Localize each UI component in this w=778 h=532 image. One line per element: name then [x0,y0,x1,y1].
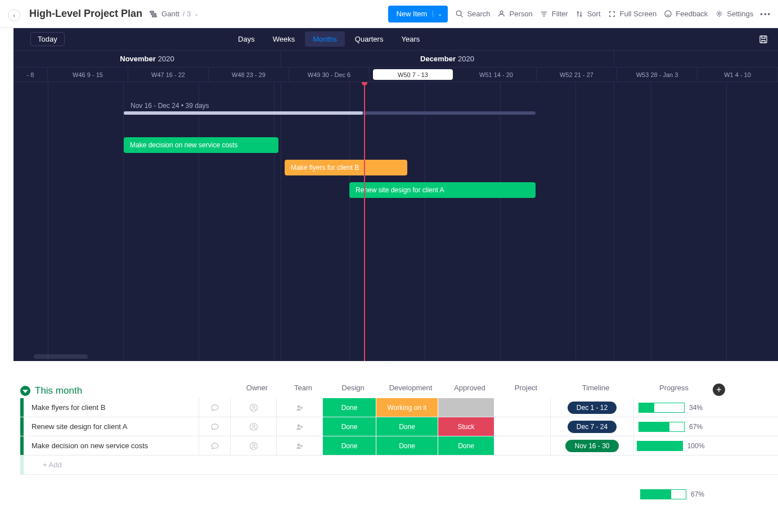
team-avatar[interactable] [295,441,304,450]
status-approved[interactable] [438,398,494,417]
group-collapse-toggle[interactable] [20,386,30,396]
svg-point-10 [718,13,720,15]
sort-button[interactable]: Sort [575,10,601,19]
scale-tab-years[interactable]: Years [393,31,428,47]
group-title[interactable]: This month [35,385,82,396]
feedback-icon [663,10,672,19]
svg-point-17 [253,425,255,427]
gantt-icon [149,10,158,19]
project-cell[interactable] [494,417,551,436]
col-project[interactable]: Project [498,384,554,396]
scale-tab-quarters[interactable]: Quarters [347,31,392,47]
summary-row: 67% [20,485,778,504]
col-team[interactable]: Team [280,384,326,396]
today-marker-icon [362,82,367,85]
svg-point-5 [500,11,503,13]
week-cell: W51 14 - 20 [456,67,537,82]
fullscreen-icon [608,10,617,19]
week-cell: W46 9 - 15 [48,67,128,82]
item-name[interactable]: Make decision on new service costs [24,436,199,455]
gantt-body[interactable]: Nov 16 - Dec 24 • 39 days Make decision … [14,82,778,361]
col-design[interactable]: Design [326,384,380,396]
progress-cell[interactable]: 34% [634,398,707,417]
search-button[interactable]: Search [455,10,490,19]
week-cell: W49 30 - Dec 6 [289,67,370,82]
status-development[interactable]: Working on it [376,398,438,417]
svg-point-15 [300,407,303,409]
col-progress[interactable]: Progress [637,384,710,396]
col-owner[interactable]: Owner [234,384,280,396]
svg-rect-1 [151,13,156,15]
progress-cell[interactable]: 100% [634,436,707,455]
person-button[interactable]: Person [497,10,533,19]
svg-rect-0 [150,11,154,12]
owner-avatar[interactable] [249,422,258,431]
gantt-task-bar[interactable]: Make flyers for client B [285,160,407,175]
team-avatar[interactable] [295,422,304,431]
col-dev[interactable]: Development [380,384,442,396]
more-menu-button[interactable]: ••• [760,10,771,18]
new-item-button[interactable]: New Item ⌄ [388,6,448,22]
status-design[interactable]: Done [323,417,376,436]
person-icon [497,10,506,19]
gantt-scrollbar[interactable] [34,354,88,359]
status-development[interactable]: Done [376,417,438,436]
filter-button[interactable]: Filter [539,10,568,19]
col-approved[interactable]: Approved [442,384,498,396]
gear-icon [714,10,723,19]
view-switcher[interactable]: Gantt / 3 ⌄ [149,10,199,19]
chevron-down-icon: ⌄ [194,11,199,17]
items-table: This month Owner Team Design Development… [20,384,778,504]
add-item-row[interactable]: + Add [20,456,778,475]
item-name[interactable]: Renew site design for client A [24,417,199,436]
table-row[interactable]: Make flyers for client BDoneWorking on i… [20,398,778,417]
board-title[interactable]: High-Level Project Plan [29,8,142,20]
filter-icon [539,10,548,19]
svg-point-3 [456,11,461,15]
item-name[interactable]: Make flyers for client B [24,398,199,417]
fullscreen-button[interactable]: Full Screen [608,10,657,19]
owner-avatar[interactable] [249,403,258,412]
view-count: / 3 [183,10,191,18]
progress-cell[interactable]: 67% [634,417,707,436]
timeline-cell[interactable]: Dec 7 - 24 [551,417,634,436]
save-icon[interactable] [759,35,768,44]
view-type: Gantt [161,10,179,18]
table-row[interactable]: Make decision on new service costsDoneDo… [20,436,778,456]
project-cell[interactable] [494,436,551,455]
back-button[interactable]: ‹ [8,9,20,21]
scale-tab-weeks[interactable]: Weeks [265,31,303,47]
chat-icon[interactable] [210,422,219,431]
scale-tab-days[interactable]: Days [230,31,263,47]
week-cell: - 8 [14,67,48,82]
chat-icon[interactable] [210,403,219,412]
svg-line-4 [461,15,462,17]
project-summary-bar[interactable] [124,111,536,115]
week-cell: W1 4 - 10 [698,67,778,82]
timeline-cell[interactable]: Dec 1 - 12 [551,398,634,417]
team-avatar[interactable] [295,403,304,412]
gantt-view: Today Days Weeks Months Quarters Years N… [14,28,778,361]
status-development[interactable]: Done [376,436,438,455]
chat-icon[interactable] [210,441,219,450]
svg-point-14 [297,405,300,408]
owner-avatar[interactable] [249,441,258,450]
scale-tab-months[interactable]: Months [305,31,345,47]
gantt-resize-handle[interactable]: :::: [0,361,778,367]
gantt-task-bar[interactable]: Make decision on new service costs [124,137,278,153]
status-approved[interactable]: Stuck [438,417,494,436]
gantt-task-bar[interactable]: Renew site design for client A [349,182,536,198]
timeline-cell[interactable]: Nov 16 - 30 [551,436,634,455]
add-column-button[interactable]: + [713,384,725,396]
status-design[interactable]: Done [323,398,376,417]
search-icon [455,10,464,19]
settings-button[interactable]: Settings [714,10,753,19]
col-timeline[interactable]: Timeline [554,384,637,396]
status-design[interactable]: Done [323,436,376,455]
table-row[interactable]: Renew site design for client ADoneDoneSt… [20,417,778,436]
today-button[interactable]: Today [30,32,65,46]
feedback-button[interactable]: Feedback [663,10,708,19]
chevron-down-icon[interactable]: ⌄ [433,11,442,17]
project-cell[interactable] [494,398,551,417]
status-approved[interactable]: Done [438,436,494,455]
